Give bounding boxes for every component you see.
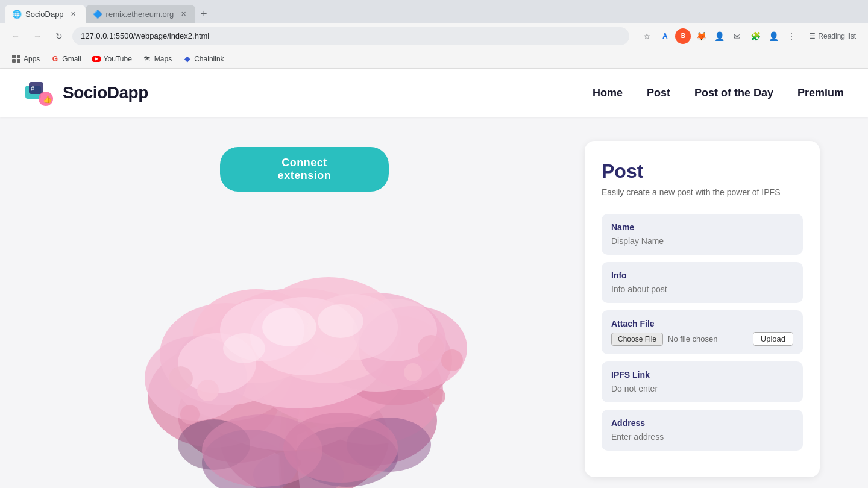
tab-favicon-1: 🌐 (12, 10, 20, 18)
tab-sociodapp[interactable]: 🌐 SocioDapp ✕ (5, 5, 86, 23)
post-form-title: Post (602, 160, 803, 183)
tab-title-1: SocioDapp (25, 10, 64, 19)
connect-extension-button[interactable]: Connect extension (220, 147, 389, 192)
address-input[interactable] (611, 432, 793, 442)
address-bar: ← → ↻ ☆ A B 🦊 👤 ✉ 🧩 👤 ⋮ ☰ Reading list (0, 23, 868, 49)
aria-icon[interactable]: A (657, 28, 673, 44)
svg-point-32 (180, 405, 200, 424)
ipfs-input[interactable] (611, 384, 793, 393)
tab-title-2: remix.ethereum.org (106, 10, 174, 19)
name-field: Name (602, 214, 803, 255)
brand-logo: # 👍 (24, 77, 55, 108)
page-content: # 👍 SocioDapp Home Post Post of the Day … (0, 69, 868, 488)
ipfs-label: IPFS Link (611, 370, 793, 380)
name-input[interactable] (611, 236, 793, 246)
menu-icon[interactable]: ⋮ (784, 28, 799, 44)
hero-left: Connect extension (48, 141, 561, 488)
no-file-text: No file chosen (668, 334, 717, 343)
file-row: Choose File No file chosen Upload (611, 332, 793, 346)
choose-file-button[interactable]: Choose File (611, 333, 663, 346)
svg-text:👍: 👍 (43, 95, 52, 104)
svg-text:#: # (31, 86, 34, 92)
bookmark-maps[interactable]: 🗺 Maps (138, 54, 177, 64)
bookmark-chainlink[interactable]: ◆ Chainlink (178, 54, 228, 64)
svg-point-27 (318, 304, 363, 338)
reload-button[interactable]: ↻ (51, 28, 68, 45)
upload-button[interactable]: Upload (753, 332, 793, 346)
svg-point-28 (223, 333, 265, 363)
bookmark-chainlink-label: Chainlink (194, 55, 224, 63)
profile-icon[interactable]: 👤 (766, 28, 781, 44)
address-field: Address (602, 410, 803, 451)
bookmark-youtube-label: YouTube (104, 55, 132, 63)
bookmark-gmail-label: Gmail (62, 55, 81, 63)
chainlink-icon: ◆ (183, 55, 191, 63)
address-input[interactable] (72, 27, 629, 45)
nav-post[interactable]: Post (647, 87, 670, 99)
star-icon[interactable]: ☆ (639, 28, 655, 44)
bookmark-gmail[interactable]: G Gmail (46, 54, 86, 64)
metamask-icon[interactable]: 👤 (711, 28, 727, 44)
svg-point-35 (441, 349, 463, 371)
apps-icon (12, 55, 20, 63)
ipfs-field: IPFS Link (602, 361, 803, 402)
new-tab-button[interactable]: + (195, 5, 212, 22)
brand-link[interactable]: # 👍 SocioDapp (24, 77, 148, 108)
maps-icon: 🗺 (143, 55, 151, 63)
youtube-icon: ▶ (92, 56, 101, 62)
svg-point-31 (418, 335, 444, 361)
svg-point-42 (283, 413, 398, 483)
bookmark-maps-label: Maps (154, 55, 172, 63)
cherry-blossom-tree (118, 210, 491, 488)
bookmarks-bar: Apps G Gmail ▶ YouTube 🗺 Maps ◆ Chainlin… (0, 49, 868, 69)
tab-close-1[interactable]: ✕ (69, 9, 78, 19)
tab-remix[interactable]: 🔷 remix.ethereum.org ✕ (86, 5, 196, 23)
brave-icon[interactable]: B (675, 28, 691, 44)
info-field: Info (602, 262, 803, 303)
info-input[interactable] (611, 284, 793, 294)
svg-point-34 (169, 366, 193, 390)
brand-name: SocioDapp (63, 83, 148, 102)
svg-point-26 (262, 308, 316, 346)
bookmark-apps-label: Apps (24, 55, 40, 63)
gmail-icon: G (51, 55, 59, 63)
navbar: # 👍 SocioDapp Home Post Post of the Day … (0, 69, 868, 117)
post-form: Post Easily create a new post with the p… (585, 141, 820, 477)
post-form-subtitle: Easily create a new post with the power … (602, 187, 803, 197)
tab-close-2[interactable]: ✕ (178, 9, 188, 19)
back-button[interactable]: ← (7, 28, 24, 45)
svg-point-29 (197, 380, 219, 401)
nav-potd[interactable]: Post of the Day (694, 87, 773, 99)
fox-icon[interactable]: 🦊 (693, 28, 709, 44)
nav-premium[interactable]: Premium (797, 87, 844, 99)
svg-point-30 (404, 363, 422, 381)
info-label: Info (611, 271, 793, 280)
svg-point-33 (429, 388, 445, 405)
bookmark-apps[interactable]: Apps (7, 54, 45, 64)
navbar-links: Home Post Post of the Day Premium (593, 87, 844, 99)
forward-button[interactable]: → (29, 28, 46, 45)
reading-list-icon: ☰ (809, 32, 816, 40)
tab-favicon-2: 🔷 (93, 10, 101, 18)
bookmark-youtube[interactable]: ▶ YouTube (87, 54, 137, 64)
name-label: Name (611, 222, 793, 232)
hero-section: Connect extension (0, 117, 868, 488)
toolbar-icons: ☆ A B 🦊 👤 ✉ 🧩 👤 ⋮ (639, 28, 799, 44)
attach-file-field: Attach File Choose File No file chosen U… (602, 310, 803, 354)
browser-chrome: 🌐 SocioDapp ✕ 🔷 remix.ethereum.org ✕ + ←… (0, 0, 868, 69)
tab-bar: 🌐 SocioDapp ✕ 🔷 remix.ethereum.org ✕ + (0, 0, 868, 23)
nav-home[interactable]: Home (593, 87, 623, 99)
attach-file-label: Attach File (611, 319, 793, 328)
email-icon[interactable]: ✉ (729, 28, 745, 44)
reading-list-button[interactable]: ☰ Reading list (804, 30, 861, 43)
tree-svg (118, 210, 491, 488)
reading-list-label: Reading list (818, 32, 856, 40)
puzzle-icon[interactable]: 🧩 (747, 28, 763, 44)
address-label: Address (611, 418, 793, 428)
